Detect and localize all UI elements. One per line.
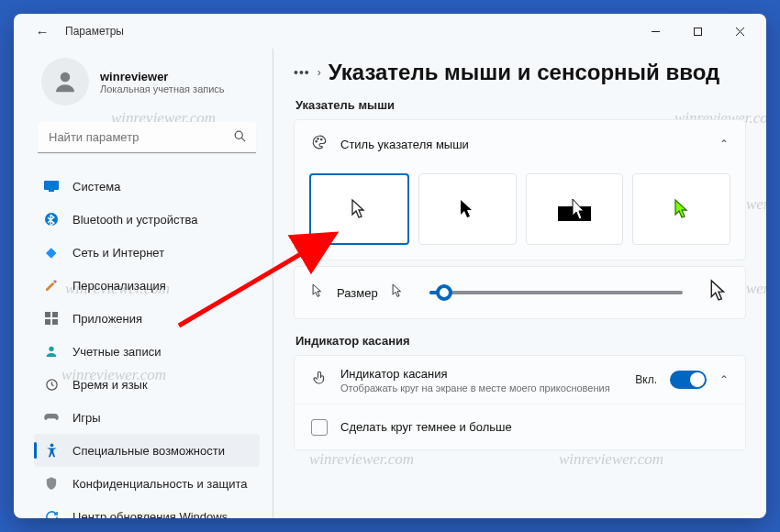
svg-point-19 bbox=[321, 139, 323, 140]
toggle-state-label: Вкл. bbox=[635, 373, 657, 386]
sidebar-item-privacy[interactable]: Конфиденциальность и защита bbox=[34, 467, 260, 500]
user-name: winreviewer bbox=[100, 70, 225, 83]
svg-rect-11 bbox=[52, 312, 58, 317]
sidebar-item-label: Время и язык bbox=[72, 378, 148, 392]
pointer-style-inverted[interactable] bbox=[526, 173, 624, 245]
accounts-icon bbox=[43, 343, 60, 360]
sidebar-item-personalize[interactable]: Персонализация bbox=[34, 269, 260, 302]
pointer-style-label: Стиль указателя мыши bbox=[340, 138, 469, 151]
window-title: Параметры bbox=[65, 25, 124, 38]
breadcrumb: ••• › Указатель мыши и сенсорный ввод bbox=[294, 60, 746, 85]
pointer-style-card: Стиль указателя мыши ⌃ bbox=[294, 119, 746, 260]
sidebar-item-label: Конфиденциальность и защита bbox=[72, 477, 248, 491]
svg-rect-10 bbox=[45, 312, 50, 317]
svg-rect-8 bbox=[49, 190, 54, 192]
svg-rect-1 bbox=[694, 28, 701, 35]
pointer-style-custom[interactable] bbox=[632, 173, 730, 245]
size-label: Размер bbox=[337, 286, 378, 300]
time-icon bbox=[43, 376, 60, 393]
svg-line-6 bbox=[241, 138, 245, 141]
touch-indicator-card: Индикатор касания Отображать круг на экр… bbox=[294, 355, 746, 450]
darker-circle-checkbox[interactable] bbox=[311, 419, 328, 436]
sidebar-item-update[interactable]: Центр обновления Windows bbox=[34, 500, 260, 518]
search-icon bbox=[233, 129, 247, 146]
cursor-small-icon bbox=[311, 283, 324, 303]
svg-point-18 bbox=[318, 139, 319, 140]
network-icon: ◆ bbox=[43, 244, 60, 260]
touch-indicator-header[interactable]: Индикатор касания Отображать круг на экр… bbox=[295, 356, 745, 404]
pointer-style-black[interactable] bbox=[418, 173, 517, 245]
sidebar-item-network[interactable]: ◆Сеть и Интернет bbox=[34, 236, 260, 269]
sidebar-item-label: Приложения bbox=[72, 312, 142, 326]
search-box[interactable] bbox=[38, 122, 256, 153]
close-button[interactable] bbox=[719, 17, 761, 46]
search-input[interactable] bbox=[38, 122, 256, 153]
svg-rect-7 bbox=[44, 181, 59, 190]
page-title: Указатель мыши и сенсорный ввод bbox=[329, 60, 720, 85]
darker-circle-row[interactable]: Сделать круг темнее и больше bbox=[295, 404, 745, 449]
gaming-icon bbox=[43, 409, 60, 426]
user-panel[interactable]: winreviewer Локальная учетная запись bbox=[14, 50, 273, 118]
sidebar-item-label: Сеть и Интернет bbox=[72, 246, 164, 260]
chevron-up-icon: ⌃ bbox=[719, 373, 729, 386]
svg-rect-13 bbox=[52, 319, 58, 325]
personalize-icon bbox=[43, 277, 60, 294]
sidebar-item-bluetooth[interactable]: Bluetooth и устройства bbox=[34, 203, 260, 236]
cursor-preview-large-icon bbox=[708, 278, 729, 307]
sidebar-item-system[interactable]: Система bbox=[34, 170, 260, 203]
sidebar-item-label: Центр обновления Windows bbox=[72, 510, 228, 519]
sidebar-item-apps[interactable]: Приложения bbox=[34, 302, 260, 335]
settings-window: winreviewer.com winreviewer.com winrevie… bbox=[14, 14, 766, 518]
svg-point-17 bbox=[316, 141, 318, 143]
titlebar: ← Параметры bbox=[14, 14, 766, 49]
pointer-style-options bbox=[309, 173, 730, 245]
nav-list: СистемаBluetooth и устройства◆Сеть и Инт… bbox=[14, 164, 273, 518]
bluetooth-icon bbox=[43, 211, 60, 227]
back-button[interactable]: ← bbox=[27, 16, 58, 47]
svg-point-14 bbox=[49, 347, 53, 351]
sidebar-item-gaming[interactable]: Игры bbox=[34, 401, 260, 434]
svg-point-16 bbox=[50, 443, 53, 447]
avatar bbox=[41, 58, 89, 105]
sidebar-item-label: Bluetooth и устройства bbox=[72, 213, 197, 227]
sidebar-item-label: Система bbox=[72, 180, 120, 194]
cursor-preview-small-icon bbox=[391, 283, 404, 303]
access-icon bbox=[43, 442, 60, 459]
touch-indicator-subtitle: Отображать круг на экране в месте моего … bbox=[340, 382, 610, 393]
touch-icon bbox=[311, 370, 328, 390]
pointer-size-card: Размер bbox=[294, 266, 746, 319]
touch-toggle[interactable] bbox=[670, 371, 707, 389]
minimize-button[interactable] bbox=[634, 17, 676, 46]
system-icon bbox=[43, 178, 60, 194]
slider-thumb[interactable] bbox=[436, 284, 452, 301]
sidebar-item-label: Учетные записи bbox=[72, 345, 161, 359]
svg-point-5 bbox=[235, 131, 242, 139]
svg-rect-12 bbox=[45, 319, 50, 325]
darker-circle-label: Сделать круг темнее и больше bbox=[340, 420, 512, 434]
section-touch-label: Индикатор касания bbox=[295, 334, 746, 348]
svg-point-4 bbox=[61, 72, 71, 83]
palette-icon bbox=[311, 134, 328, 154]
size-slider[interactable] bbox=[429, 291, 683, 294]
sidebar: winreviewer Локальная учетная запись Сис… bbox=[14, 49, 273, 518]
sidebar-item-label: Персонализация bbox=[72, 279, 166, 293]
chevron-up-icon: ⌃ bbox=[719, 138, 729, 150]
main-content: ••• › Указатель мыши и сенсорный ввод Ук… bbox=[273, 49, 766, 518]
pointer-style-white[interactable] bbox=[309, 173, 409, 245]
maximize-button[interactable] bbox=[676, 17, 719, 46]
sidebar-item-label: Специальные возможности bbox=[72, 444, 225, 458]
apps-icon bbox=[43, 310, 60, 327]
privacy-icon bbox=[43, 475, 60, 492]
breadcrumb-more-icon[interactable]: ••• bbox=[294, 65, 310, 80]
section-pointer-label: Указатель мыши bbox=[295, 98, 746, 112]
sidebar-item-access[interactable]: Специальные возможности bbox=[34, 434, 260, 467]
pointer-style-header[interactable]: Стиль указателя мыши ⌃ bbox=[295, 120, 745, 168]
sidebar-item-label: Игры bbox=[72, 411, 101, 425]
sidebar-item-time[interactable]: Время и язык bbox=[34, 368, 260, 401]
touch-indicator-title: Индикатор касания bbox=[340, 367, 610, 381]
chevron-right-icon: › bbox=[318, 66, 321, 79]
sidebar-item-accounts[interactable]: Учетные записи bbox=[34, 335, 260, 368]
update-icon bbox=[43, 508, 60, 518]
user-subtitle: Локальная учетная запись bbox=[100, 83, 225, 94]
